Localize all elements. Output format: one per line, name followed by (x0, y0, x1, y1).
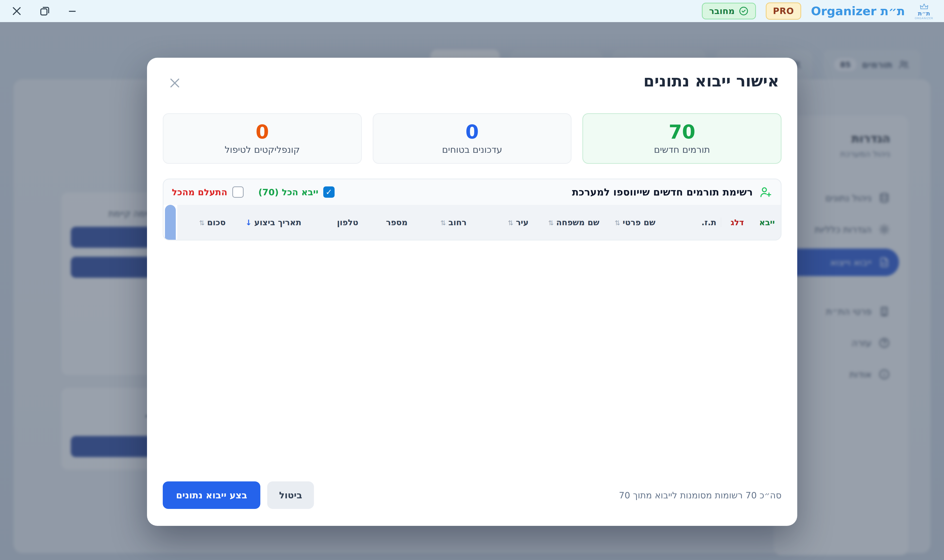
ignore-all-checkbox[interactable]: ✓ (232, 186, 244, 198)
check-circle-icon (739, 6, 749, 16)
user-plus-icon (759, 185, 773, 199)
crown-icon (919, 3, 929, 10)
col-header-label: ת.ז. (701, 218, 716, 227)
col-header-label: עיר (516, 218, 529, 227)
col-header-city[interactable]: עיר⇅ (471, 218, 533, 227)
donors-table: ייבאדלגת.ז.שם פרטי⇅שם משפחה⇅עיר⇅רחוב⇅מספ… (164, 205, 781, 240)
col-header-amount[interactable]: סכום⇅ (173, 218, 230, 227)
dialog-title: אישור ייבוא נתונים (165, 72, 779, 90)
col-header-label: סכום (207, 218, 226, 227)
col-header-label: דלג (731, 218, 744, 227)
dialog-footer: סה״כ 70 רשומות מסומנות לייבוא מתוך 70 בי… (163, 482, 782, 509)
col-header-date[interactable]: תאריך ביצוע↓ (230, 218, 317, 227)
card-label: עדכונים בטוחים (442, 145, 502, 155)
footer-buttons: ביטול בצע ייבוא נתונים (163, 482, 314, 509)
col-header-label: תאריך ביצוע (254, 218, 301, 227)
import-confirm-dialog: אישור ייבוא נתונים 70 תורמים חדשים 0 עדכ… (147, 58, 797, 526)
new-donors-list-section: רשימת תורמים חדשים שייווספו למערכת ✓ ייב… (163, 178, 782, 240)
card-label: תורמים חדשים (654, 145, 710, 155)
pro-badge: PRO (766, 3, 801, 20)
app-logo: ת״ת ORGANIZER (915, 3, 933, 20)
card-value: 0 (256, 122, 269, 142)
col-header-last[interactable]: שם משפחה⇅ (533, 218, 604, 227)
card-value: 0 (465, 122, 479, 142)
col-header-label: רחוב (449, 218, 467, 227)
import-all-toggle[interactable]: ✓ ייבא הכל (70) (258, 186, 335, 198)
list-title: רשימת תורמים חדשים שייווספו למערכת (572, 186, 753, 198)
col-header-label: שם פרטי (623, 218, 656, 227)
table-scrollbar-thumb[interactable] (165, 205, 176, 240)
table-header-row: ייבאדלגת.ז.שם פרטי⇅שם משפחה⇅עיר⇅רחוב⇅מספ… (177, 205, 781, 240)
list-title-group: רשימת תורמים חדשים שייווספו למערכת (572, 185, 773, 199)
connected-status-badge: מחובר (702, 3, 756, 19)
sort-icon: ⇅ (199, 219, 205, 227)
col-header-label: טלפון (337, 218, 358, 227)
table-scrollbar-track (165, 205, 176, 240)
window-minimize-icon[interactable] (67, 5, 79, 17)
col-header-phone: טלפון (317, 218, 379, 227)
ignore-all-toggle[interactable]: ✓ התעלם מהכל (172, 186, 244, 198)
app-logo-text: ת״ת Organizer (811, 4, 905, 18)
ignore-all-label: התעלם מהכל (172, 187, 227, 197)
col-header-skip: דלג (721, 218, 753, 227)
col-header-label: מספר (386, 218, 407, 227)
card-value: 70 (669, 122, 696, 142)
col-header-num: מספר (379, 218, 415, 227)
card-conflicts: 0 קונפליקטים לטיפול (163, 113, 362, 164)
sort-desc-icon: ↓ (245, 218, 252, 227)
selection-summary: סה״כ 70 רשומות מסומנות לייבוא מתוך 70 (619, 490, 782, 500)
sort-icon: ⇅ (440, 219, 446, 227)
summary-cards: 70 תורמים חדשים 0 עדכונים בטוחים 0 קונפל… (163, 113, 782, 164)
card-new-donors: 70 תורמים חדשים (582, 113, 782, 164)
logo-mark-text: ת״ת (918, 11, 930, 17)
list-header-controls: ✓ ייבא הכל (70) ✓ התעלם מהכל (172, 186, 335, 198)
sort-icon: ⇅ (615, 219, 620, 227)
window-close-icon[interactable] (11, 5, 23, 17)
logo-mark-caption: ORGANIZER (915, 17, 933, 20)
execute-import-button[interactable]: בצע ייבוא נתונים (163, 482, 260, 509)
col-header-first[interactable]: שם פרטי⇅ (604, 218, 660, 227)
os-titlebar: מחובר PRO ת״ת Organizer ת״ת ORGANIZER (0, 0, 944, 22)
card-safe-updates: 0 עדכונים בטוחים (373, 113, 572, 164)
window-restore-icon[interactable] (39, 5, 51, 17)
cancel-button[interactable]: ביטול (267, 482, 314, 509)
import-all-label: ייבא הכל (70) (258, 187, 318, 197)
import-all-checkbox[interactable]: ✓ (323, 186, 335, 198)
close-icon[interactable] (168, 76, 181, 90)
col-header-id: ת.ז. (660, 218, 721, 227)
sort-icon: ⇅ (548, 219, 554, 227)
col-header-label: ייבא (759, 218, 775, 227)
connected-label: מחובר (709, 6, 734, 16)
window-controls (11, 5, 79, 17)
card-label: קונפליקטים לטיפול (225, 145, 300, 155)
col-header-street[interactable]: רחוב⇅ (415, 218, 471, 227)
list-header: רשימת תורמים חדשים שייווספו למערכת ✓ ייב… (164, 179, 781, 205)
col-header-label: שם משפחה (556, 218, 599, 227)
sort-icon: ⇅ (508, 219, 514, 227)
col-header-import: ייבא (753, 218, 781, 227)
